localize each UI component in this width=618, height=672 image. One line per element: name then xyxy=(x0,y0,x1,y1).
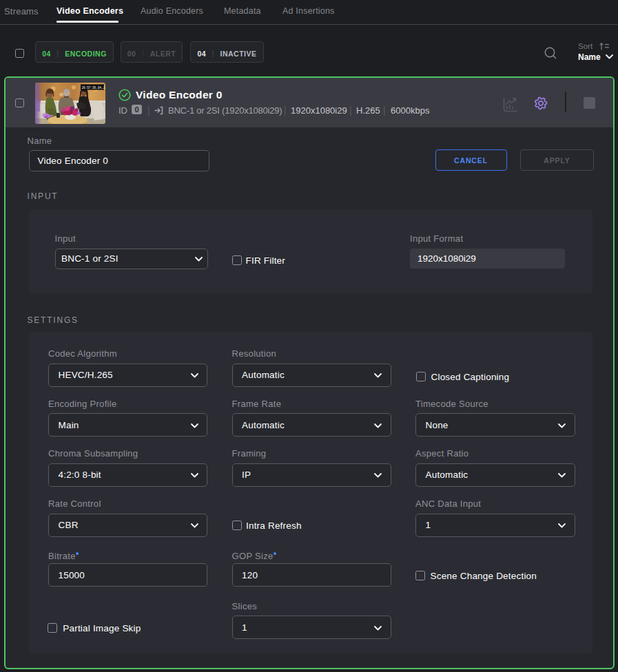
svg-text:26:57:36.04.2: 26:57:36.04.2 xyxy=(82,86,105,90)
